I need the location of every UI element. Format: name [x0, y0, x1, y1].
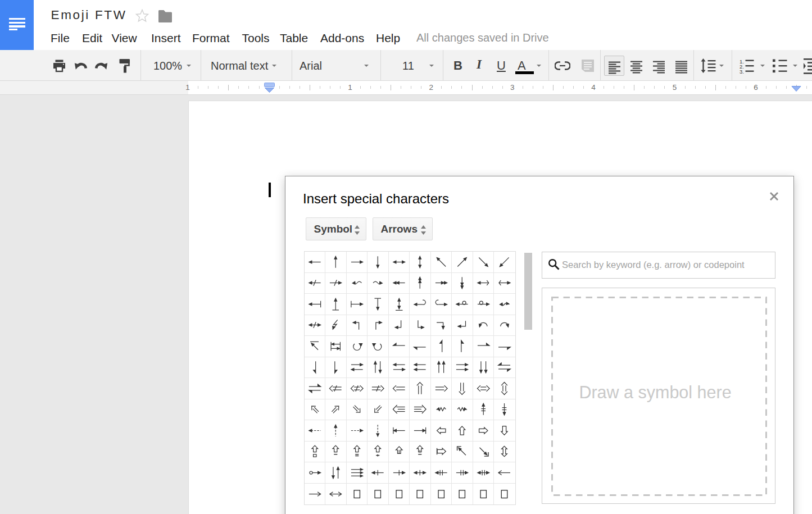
svg-text:3.: 3.: [740, 69, 744, 74]
